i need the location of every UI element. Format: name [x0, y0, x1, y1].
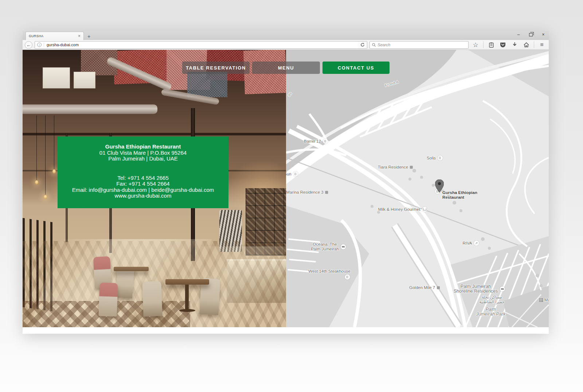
contact-email: Email: info@gursha-dubai.com | beide@gur…: [72, 187, 214, 193]
back-button[interactable]: ←: [25, 41, 32, 49]
minimize-button[interactable]: –: [516, 32, 521, 37]
poi-golden-mile-7-text: Golden Mile 7: [409, 285, 435, 290]
poi-oceana-the-palm-jumeirah[interactable]: Oceana, The Palm Jumeirah: [311, 242, 346, 252]
tab-title: GURSHA: [29, 34, 76, 38]
poi-west-14th-steakhouse[interactable]: West 14th Steakhouse: [308, 269, 351, 274]
poi-tiara-residence[interactable]: Tiara Residence: [378, 165, 413, 170]
restore-button[interactable]: [529, 33, 533, 36]
menu-button[interactable]: MENU: [252, 62, 320, 74]
arrow-icon: [474, 241, 479, 246]
area-palm-jumeirah-park[interactable]: Palm Jumeirah Park: [476, 307, 506, 317]
area-shoreline-arabic[interactable]: مساكن نخلة جميرا الشاطئية: [479, 295, 505, 304]
poi-barrel-12[interactable]: Barrel 12: [304, 139, 328, 144]
site-info-icon[interactable]: i: [37, 43, 42, 47]
reload-button[interactable]: [358, 41, 367, 49]
poi-barrel-12-text: Barrel 12: [304, 139, 321, 144]
poi-west-14th-steakhouse-text: West 14th Steakhouse: [308, 269, 351, 274]
url-text: gursha-dubai.com: [44, 43, 79, 47]
browser-toolbar: ← i gursha-dubai.com ☆: [23, 40, 549, 50]
poi-west-14th-steakhouse-icon[interactable]: [343, 274, 350, 280]
bookmark-star-icon[interactable]: ☆: [471, 41, 480, 49]
contact-card: Gursha Ethiopian Restaurant 01 Club Vist…: [58, 136, 228, 208]
area-palm-jumeirah-shoreline-residences-text: Palm Jumeirah Shoreline Residences: [454, 284, 498, 294]
poi-milk-honey-gourmet-text: Milk & Honey Gourmet: [378, 207, 420, 212]
toolbar-divider-2: [534, 41, 534, 48]
search-bar[interactable]: [369, 41, 469, 49]
map-pin-gursha[interactable]: [435, 179, 444, 193]
main-navigation: TABLE RESERVATION MENU CONTACT US: [182, 62, 390, 74]
close-button[interactable]: ×: [541, 32, 546, 37]
search-icon: [372, 43, 376, 47]
contact-tel: Tel: +971 4 554 2665: [117, 175, 169, 181]
poi-golden-mile-7[interactable]: Golden Mile 7: [409, 285, 440, 290]
residence-icon: [437, 286, 440, 289]
poi-oceana-the-palm-jumeirah-text: Oceana, The Palm Jumeirah: [311, 242, 339, 252]
restaurant-icon: [345, 274, 350, 280]
search-input[interactable]: [377, 43, 466, 47]
poi-gursha-ethiopian-restaurant[interactable]: Gursha Ethiopian Restaurant: [442, 190, 477, 200]
restaurant-interior-photo: Gursha Ethiopian Restaurant 01 Club Vist…: [23, 50, 286, 327]
window-controls: – ×: [516, 32, 546, 37]
new-tab-button[interactable]: +: [84, 33, 94, 40]
poi-sun[interactable]: Sun: [286, 171, 298, 177]
browser-window: GURSHA × + – × ← i gursha-dubai.com: [23, 31, 549, 334]
contact-fax: Fax: +971 4 554 2664: [116, 181, 169, 187]
area-palm-jumeirah-park-text: Palm Jumeirah Park: [476, 307, 506, 317]
residence-icon: [410, 166, 413, 169]
grid-icon: [539, 298, 543, 302]
poi-solis-text: Solis: [427, 156, 436, 161]
grocery-icon: [422, 207, 427, 212]
poi-solis[interactable]: Solis: [427, 155, 443, 161]
contact-address-line2: Palm Jumeirah | Dubai, UAE: [108, 155, 178, 162]
url-bar[interactable]: i gursha-dubai.com: [35, 41, 358, 49]
tab-bar: GURSHA × + – ×: [23, 31, 549, 40]
reading-list-icon[interactable]: [486, 41, 496, 49]
contact-address-line1: 01 Club Vista Mare | P.O.Box 95264: [99, 150, 187, 156]
menu-hamburger-icon[interactable]: ≡: [537, 41, 547, 49]
contact-us-button[interactable]: CONTACT US: [322, 62, 390, 74]
toolbar-divider: [483, 41, 484, 48]
poi-riva-text: RIVA: [463, 241, 472, 246]
poi-mar-cutoff[interactable]: Mar: [539, 298, 549, 302]
poi-sun-text: Sun: [286, 172, 292, 177]
table-reservation-button[interactable]: TABLE RESERVATION: [182, 62, 250, 74]
poi-tiara-residence-text: Tiara Residence: [378, 165, 408, 170]
poi-marina-residence-3-text: Marina Residence 3: [286, 190, 323, 195]
pocket-icon[interactable]: [498, 41, 508, 49]
tab-gursha[interactable]: GURSHA ×: [26, 32, 84, 40]
downloads-icon[interactable]: [510, 41, 519, 49]
home-icon[interactable]: [521, 41, 531, 49]
tab-close-icon[interactable]: ×: [78, 34, 81, 38]
location-map[interactable]: Frond AasBarrel 12SolisTiara ResidenceSu…: [286, 50, 549, 327]
poi-mar-cutoff-text: Mar: [544, 298, 549, 302]
page-content: Gursha Ethiopian Restaurant 01 Club Vist…: [23, 50, 549, 333]
restaurant-icon: [438, 155, 443, 161]
restaurant-icon: [293, 171, 298, 177]
poi-gursha-ethiopian-restaurant-text: Gursha Ethiopian Restaurant: [442, 190, 477, 200]
contact-website: www.gursha-dubai.com: [115, 193, 172, 199]
restaurant-icon: [323, 139, 328, 144]
reload-icon: [360, 43, 365, 47]
contact-card-title: Gursha Ethiopian Restaurant: [105, 143, 181, 150]
area-palm-jumeirah-shoreline-residences[interactable]: Palm Jumeirah Shoreline Residences: [454, 284, 505, 294]
area-shoreline-arabic-text: مساكن نخلة جميرا الشاطئية: [479, 295, 505, 304]
poi-milk-honey-gourmet[interactable]: Milk & Honey Gourmet: [378, 207, 427, 212]
poi-riva[interactable]: RIVA: [463, 241, 479, 246]
residence-icon: [325, 191, 328, 194]
hotel-icon: [341, 244, 346, 249]
poi-marina-residence-3[interactable]: Marina Residence 3: [286, 190, 328, 195]
hotel-icon: [500, 286, 505, 292]
